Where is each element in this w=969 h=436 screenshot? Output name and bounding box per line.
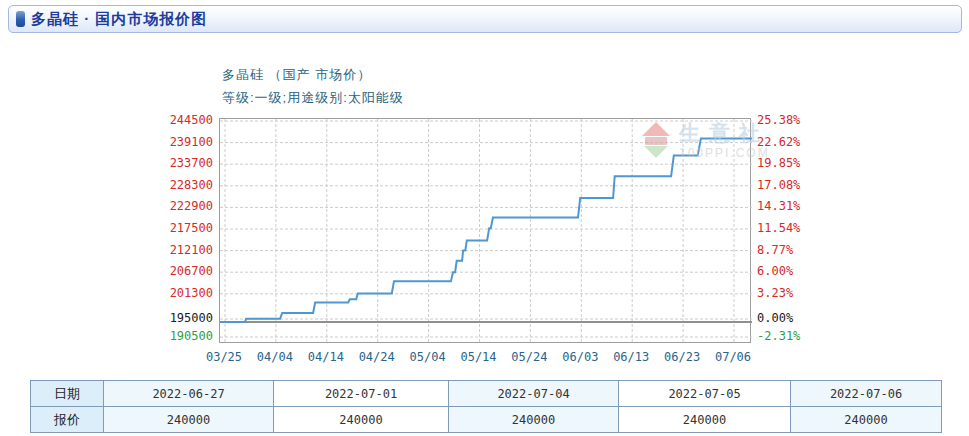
y-right-label: 19.85% [757, 156, 800, 170]
header-tick-icon [16, 11, 25, 27]
page-title: 多晶硅 · 国内市场报价图 [31, 10, 207, 29]
x-tick-label: 05/24 [507, 350, 551, 364]
y-right-label: 22.62% [757, 135, 800, 149]
y-left-label: 228300 [163, 178, 213, 192]
y-right-label: -2.31% [757, 329, 800, 343]
y-left-label: 201300 [163, 286, 213, 300]
page-header: 多晶硅 · 国内市场报价图 [8, 5, 962, 33]
price-line-chart [220, 119, 752, 344]
y-left-label: 239100 [163, 135, 213, 149]
x-tick-label: 04/04 [253, 350, 297, 364]
y-left-label: 212100 [163, 243, 213, 257]
row-header-price: 报价 [31, 407, 104, 433]
date-cell: 2022-07-01 [274, 381, 449, 407]
y-right-label: 11.54% [757, 221, 800, 235]
price-cell: 240000 [449, 407, 619, 433]
x-tick-label: 06/13 [609, 350, 653, 364]
x-tick-label: 06/23 [660, 350, 704, 364]
date-cell: 2022-07-05 [619, 381, 791, 407]
price-cell: 240000 [274, 407, 449, 433]
y-right-label: 14.31% [757, 199, 800, 213]
x-tick-label: 05/04 [406, 350, 450, 364]
price-chart-plot [219, 118, 751, 343]
table-row-prices: 报价 240000240000240000240000240000 [31, 407, 942, 433]
chart-subtitle: 等级:一级;用途级别:太阳能级 [222, 89, 404, 107]
quote-table: 日期 2022-06-272022-07-012022-07-042022-07… [30, 380, 942, 433]
y-left-label: 190500 [163, 329, 213, 343]
y-right-label: 6.00% [757, 264, 793, 278]
price-cell: 240000 [791, 407, 942, 433]
y-right-label: 8.77% [757, 243, 793, 257]
x-tick-label: 04/14 [304, 350, 348, 364]
x-tick-label: 03/25 [202, 350, 246, 364]
x-tick-label: 07/06 [711, 350, 755, 364]
y-left-label: 217500 [163, 221, 213, 235]
y-right-label: 17.08% [757, 178, 800, 192]
chart-title: 多晶硅 （国产 市场价） [222, 66, 371, 84]
x-tick-label: 04/24 [355, 350, 399, 364]
price-cell: 240000 [619, 407, 791, 433]
y-right-label: 25.38% [757, 113, 800, 127]
table-row-dates: 日期 2022-06-272022-07-012022-07-042022-07… [31, 381, 942, 407]
y-left-label: 233700 [163, 156, 213, 170]
x-tick-label: 05/14 [457, 350, 501, 364]
y-left-label: 222900 [163, 199, 213, 213]
y-left-label: 195000 [163, 311, 213, 325]
y-left-label: 244500 [163, 113, 213, 127]
row-header-date: 日期 [31, 381, 104, 407]
date-cell: 2022-06-27 [104, 381, 274, 407]
y-right-label: 3.23% [757, 286, 793, 300]
x-tick-label: 06/03 [558, 350, 602, 364]
price-cell: 240000 [104, 407, 274, 433]
y-left-label: 206700 [163, 264, 213, 278]
date-cell: 2022-07-04 [449, 381, 619, 407]
date-cell: 2022-07-06 [791, 381, 942, 407]
y-right-label: 0.00% [757, 311, 793, 325]
price-series-line [220, 138, 752, 322]
